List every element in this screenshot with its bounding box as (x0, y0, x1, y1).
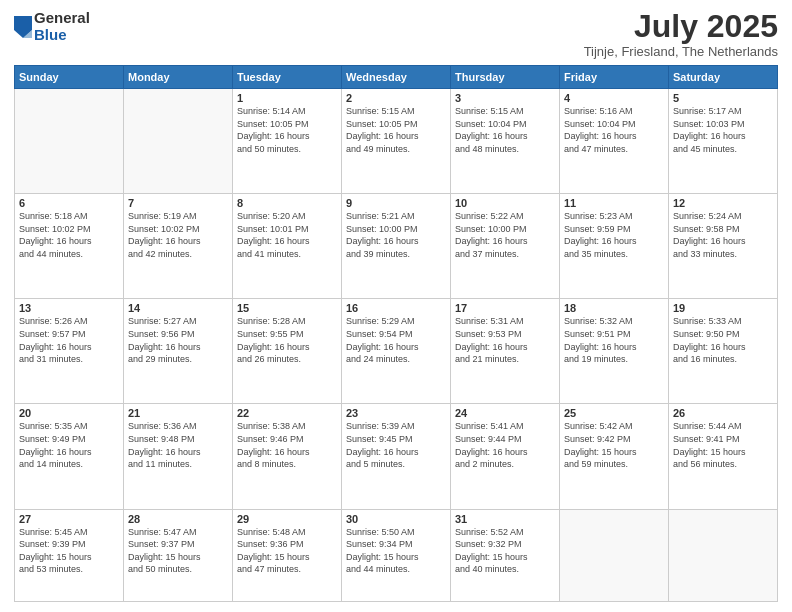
col-friday: Friday (560, 66, 669, 89)
header-row: Sunday Monday Tuesday Wednesday Thursday… (15, 66, 778, 89)
calendar: Sunday Monday Tuesday Wednesday Thursday… (14, 65, 778, 602)
table-row: 16Sunrise: 5:29 AMSunset: 9:54 PMDayligh… (342, 299, 451, 404)
table-row: 17Sunrise: 5:31 AMSunset: 9:53 PMDayligh… (451, 299, 560, 404)
day-info: Sunrise: 5:15 AMSunset: 10:04 PMDaylight… (455, 105, 555, 155)
table-row: 25Sunrise: 5:42 AMSunset: 9:42 PMDayligh… (560, 404, 669, 509)
day-number: 19 (673, 302, 773, 314)
day-info: Sunrise: 5:39 AMSunset: 9:45 PMDaylight:… (346, 420, 446, 470)
table-row: 27Sunrise: 5:45 AMSunset: 9:39 PMDayligh… (15, 509, 124, 601)
day-number: 7 (128, 197, 228, 209)
day-info: Sunrise: 5:27 AMSunset: 9:56 PMDaylight:… (128, 315, 228, 365)
day-number: 20 (19, 407, 119, 419)
header: General Blue July 2025 Tijnje, Friesland… (14, 10, 778, 59)
day-info: Sunrise: 5:19 AMSunset: 10:02 PMDaylight… (128, 210, 228, 260)
table-row: 19Sunrise: 5:33 AMSunset: 9:50 PMDayligh… (669, 299, 778, 404)
table-row: 12Sunrise: 5:24 AMSunset: 9:58 PMDayligh… (669, 194, 778, 299)
table-row: 26Sunrise: 5:44 AMSunset: 9:41 PMDayligh… (669, 404, 778, 509)
col-monday: Monday (124, 66, 233, 89)
day-number: 31 (455, 513, 555, 525)
day-number: 12 (673, 197, 773, 209)
day-number: 11 (564, 197, 664, 209)
col-wednesday: Wednesday (342, 66, 451, 89)
day-number: 24 (455, 407, 555, 419)
day-number: 30 (346, 513, 446, 525)
table-row: 5Sunrise: 5:17 AMSunset: 10:03 PMDayligh… (669, 89, 778, 194)
table-row: 15Sunrise: 5:28 AMSunset: 9:55 PMDayligh… (233, 299, 342, 404)
table-row: 3Sunrise: 5:15 AMSunset: 10:04 PMDayligh… (451, 89, 560, 194)
day-info: Sunrise: 5:24 AMSunset: 9:58 PMDaylight:… (673, 210, 773, 260)
day-number: 25 (564, 407, 664, 419)
day-number: 26 (673, 407, 773, 419)
table-row (15, 89, 124, 194)
day-number: 1 (237, 92, 337, 104)
table-row: 22Sunrise: 5:38 AMSunset: 9:46 PMDayligh… (233, 404, 342, 509)
day-number: 13 (19, 302, 119, 314)
logo-blue: Blue (34, 27, 90, 44)
logo-icon (14, 16, 32, 38)
day-info: Sunrise: 5:38 AMSunset: 9:46 PMDaylight:… (237, 420, 337, 470)
day-number: 15 (237, 302, 337, 314)
location-title: Tijnje, Friesland, The Netherlands (584, 44, 778, 59)
table-row: 7Sunrise: 5:19 AMSunset: 10:02 PMDayligh… (124, 194, 233, 299)
day-number: 10 (455, 197, 555, 209)
table-row: 14Sunrise: 5:27 AMSunset: 9:56 PMDayligh… (124, 299, 233, 404)
table-row: 10Sunrise: 5:22 AMSunset: 10:00 PMDaylig… (451, 194, 560, 299)
day-number: 3 (455, 92, 555, 104)
table-row: 20Sunrise: 5:35 AMSunset: 9:49 PMDayligh… (15, 404, 124, 509)
day-info: Sunrise: 5:42 AMSunset: 9:42 PMDaylight:… (564, 420, 664, 470)
table-row: 30Sunrise: 5:50 AMSunset: 9:34 PMDayligh… (342, 509, 451, 601)
day-number: 9 (346, 197, 446, 209)
logo-general: General (34, 10, 90, 27)
day-info: Sunrise: 5:16 AMSunset: 10:04 PMDaylight… (564, 105, 664, 155)
day-number: 21 (128, 407, 228, 419)
table-row: 11Sunrise: 5:23 AMSunset: 9:59 PMDayligh… (560, 194, 669, 299)
day-info: Sunrise: 5:18 AMSunset: 10:02 PMDaylight… (19, 210, 119, 260)
day-info: Sunrise: 5:36 AMSunset: 9:48 PMDaylight:… (128, 420, 228, 470)
logo: General Blue (14, 10, 90, 43)
day-number: 5 (673, 92, 773, 104)
day-info: Sunrise: 5:20 AMSunset: 10:01 PMDaylight… (237, 210, 337, 260)
table-row: 6Sunrise: 5:18 AMSunset: 10:02 PMDayligh… (15, 194, 124, 299)
day-number: 18 (564, 302, 664, 314)
day-number: 28 (128, 513, 228, 525)
table-row: 23Sunrise: 5:39 AMSunset: 9:45 PMDayligh… (342, 404, 451, 509)
title-block: July 2025 Tijnje, Friesland, The Netherl… (584, 10, 778, 59)
table-row: 8Sunrise: 5:20 AMSunset: 10:01 PMDayligh… (233, 194, 342, 299)
day-number: 23 (346, 407, 446, 419)
table-row: 2Sunrise: 5:15 AMSunset: 10:05 PMDayligh… (342, 89, 451, 194)
day-info: Sunrise: 5:28 AMSunset: 9:55 PMDaylight:… (237, 315, 337, 365)
table-row: 21Sunrise: 5:36 AMSunset: 9:48 PMDayligh… (124, 404, 233, 509)
day-info: Sunrise: 5:52 AMSunset: 9:32 PMDaylight:… (455, 526, 555, 576)
day-info: Sunrise: 5:35 AMSunset: 9:49 PMDaylight:… (19, 420, 119, 470)
col-sunday: Sunday (15, 66, 124, 89)
table-row (669, 509, 778, 601)
day-info: Sunrise: 5:31 AMSunset: 9:53 PMDaylight:… (455, 315, 555, 365)
day-number: 14 (128, 302, 228, 314)
day-number: 22 (237, 407, 337, 419)
day-info: Sunrise: 5:17 AMSunset: 10:03 PMDaylight… (673, 105, 773, 155)
day-info: Sunrise: 5:22 AMSunset: 10:00 PMDaylight… (455, 210, 555, 260)
table-row: 28Sunrise: 5:47 AMSunset: 9:37 PMDayligh… (124, 509, 233, 601)
day-info: Sunrise: 5:48 AMSunset: 9:36 PMDaylight:… (237, 526, 337, 576)
day-info: Sunrise: 5:47 AMSunset: 9:37 PMDaylight:… (128, 526, 228, 576)
day-number: 17 (455, 302, 555, 314)
table-row (560, 509, 669, 601)
day-info: Sunrise: 5:21 AMSunset: 10:00 PMDaylight… (346, 210, 446, 260)
day-info: Sunrise: 5:15 AMSunset: 10:05 PMDaylight… (346, 105, 446, 155)
table-row: 1Sunrise: 5:14 AMSunset: 10:05 PMDayligh… (233, 89, 342, 194)
table-row: 9Sunrise: 5:21 AMSunset: 10:00 PMDayligh… (342, 194, 451, 299)
day-info: Sunrise: 5:50 AMSunset: 9:34 PMDaylight:… (346, 526, 446, 576)
day-number: 8 (237, 197, 337, 209)
day-info: Sunrise: 5:44 AMSunset: 9:41 PMDaylight:… (673, 420, 773, 470)
day-info: Sunrise: 5:23 AMSunset: 9:59 PMDaylight:… (564, 210, 664, 260)
col-saturday: Saturday (669, 66, 778, 89)
page: General Blue July 2025 Tijnje, Friesland… (0, 0, 792, 612)
day-number: 27 (19, 513, 119, 525)
table-row (124, 89, 233, 194)
table-row: 24Sunrise: 5:41 AMSunset: 9:44 PMDayligh… (451, 404, 560, 509)
day-info: Sunrise: 5:26 AMSunset: 9:57 PMDaylight:… (19, 315, 119, 365)
table-row: 29Sunrise: 5:48 AMSunset: 9:36 PMDayligh… (233, 509, 342, 601)
day-number: 4 (564, 92, 664, 104)
day-info: Sunrise: 5:33 AMSunset: 9:50 PMDaylight:… (673, 315, 773, 365)
day-info: Sunrise: 5:29 AMSunset: 9:54 PMDaylight:… (346, 315, 446, 365)
